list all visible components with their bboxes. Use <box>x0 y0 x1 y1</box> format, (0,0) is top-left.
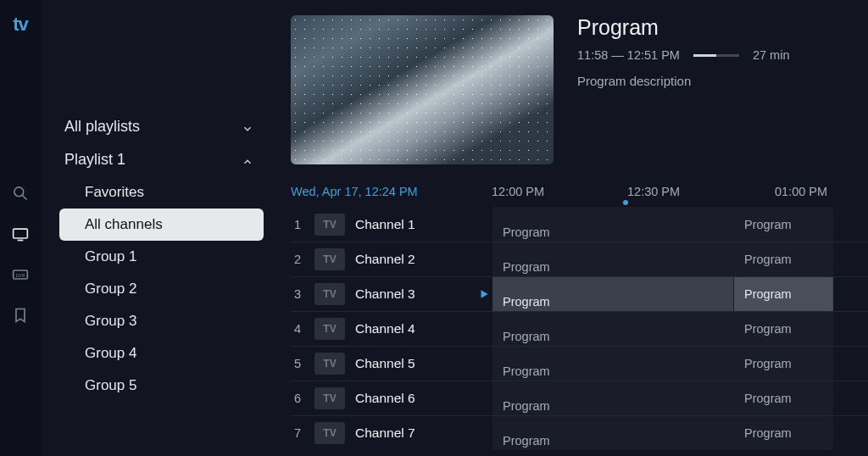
program-title: Program <box>577 15 789 40</box>
now-marker-icon <box>623 200 628 205</box>
program-cells: ProgramProgram <box>492 347 833 381</box>
time-slot: 12:00 PM <box>492 185 627 198</box>
sidebar-item-label: Group 5 <box>85 377 136 394</box>
channel-number: 5 <box>291 357 314 370</box>
video-preview[interactable] <box>291 15 554 164</box>
channel-logo: TV <box>314 422 345 444</box>
time-slot: 12:30 PM <box>627 185 775 198</box>
channel-logo: TV <box>314 353 345 375</box>
channel-name: Channel 3 <box>355 286 476 302</box>
channel-row[interactable]: 5TVChannel 5ProgramProgram <box>291 346 868 381</box>
program-hero: Program 11:58 — 12:51 PM 27 min Program … <box>291 15 868 164</box>
program-cells: ProgramProgram <box>492 416 833 450</box>
program-cell[interactable]: Program <box>492 381 733 415</box>
program-cell[interactable]: Program <box>733 312 833 346</box>
playlist-label: Playlist 1 <box>64 151 125 169</box>
channel-number: 2 <box>291 253 314 266</box>
playlist-sidebar: All playlists Playlist 1 Favorites All c… <box>41 0 274 456</box>
program-cells: ProgramProgram <box>492 242 833 276</box>
sidebar-item-group-4[interactable]: Group 4 <box>59 337 264 370</box>
sidebar-item-group-1[interactable]: Group 1 <box>59 241 264 273</box>
channel-logo: TV <box>314 318 345 340</box>
channel-row[interactable]: 4TVChannel 4ProgramProgram <box>291 311 868 346</box>
program-remaining: 27 min <box>753 48 790 62</box>
play-indicator-icon <box>476 288 492 300</box>
sidebar-item-group-2[interactable]: Group 2 <box>59 273 264 305</box>
channel-row[interactable]: 1TVChannel 1ProgramProgram <box>291 207 868 242</box>
program-cell[interactable]: Program <box>733 207 833 242</box>
dvr-icon[interactable]: DVR <box>12 266 29 283</box>
current-time: Wed, Apr 17, 12:24 PM <box>291 185 492 198</box>
time-slot: 01:00 PM <box>775 185 868 198</box>
channel-number: 3 <box>291 287 314 301</box>
program-cell[interactable]: Program <box>492 242 733 276</box>
chevron-up-icon <box>242 154 253 166</box>
program-cell[interactable]: Program <box>492 207 733 242</box>
playlist-row[interactable]: Playlist 1 <box>59 143 264 176</box>
channel-logo: TV <box>314 248 345 270</box>
sidebar-item-label: Group 2 <box>85 281 136 298</box>
channel-logo: TV <box>314 214 345 236</box>
channel-logo: TV <box>314 283 345 305</box>
svg-line-1 <box>23 196 27 200</box>
sidebar-item-favorites[interactable]: Favorites <box>59 176 264 209</box>
sidebar-item-all-channels[interactable]: All channels <box>59 209 264 241</box>
playlist-groups: Favorites All channels Group 1 Group 2 G… <box>59 176 264 402</box>
sidebar-item-label: Group 4 <box>85 345 136 362</box>
program-cell[interactable]: Program <box>492 312 733 346</box>
program-cell[interactable]: Program <box>733 416 833 450</box>
program-cells: ProgramProgram <box>492 381 833 415</box>
channel-number: 4 <box>291 322 314 336</box>
sidebar-item-label: All channels <box>85 216 163 233</box>
program-cells: ProgramProgram <box>492 312 833 346</box>
sidebar-item-label: Group 3 <box>85 313 136 330</box>
channel-row[interactable]: 6TVChannel 6ProgramProgram <box>291 381 868 415</box>
app-logo: tv <box>13 8 28 36</box>
program-cell[interactable]: Program <box>492 347 733 381</box>
program-cells: ProgramProgram <box>492 277 833 311</box>
channel-name: Channel 7 <box>355 425 476 441</box>
all-playlists-row[interactable]: All playlists <box>59 110 264 143</box>
program-description: Program description <box>577 74 789 88</box>
channel-name: Channel 2 <box>355 252 476 267</box>
program-cells: ProgramProgram <box>492 207 833 242</box>
program-cell[interactable]: Program <box>733 347 833 381</box>
channel-name: Channel 6 <box>355 391 476 406</box>
channel-row[interactable]: 3TVChannel 3ProgramProgram <box>291 276 868 311</box>
program-cell[interactable]: Program <box>733 381 833 415</box>
sidebar-item-label: Group 1 <box>85 248 136 265</box>
channel-logo: TV <box>314 387 345 409</box>
time-slot-label: 12:30 PM <box>627 185 680 198</box>
program-cell[interactable]: Program <box>733 242 833 276</box>
svg-point-0 <box>14 187 24 197</box>
progress-bar <box>693 54 739 57</box>
tv-icon[interactable] <box>12 225 29 242</box>
channel-number: 7 <box>291 426 314 440</box>
program-cell[interactable]: Program <box>492 416 733 450</box>
channel-number: 1 <box>291 218 314 231</box>
channel-name: Channel 1 <box>355 217 476 232</box>
bookmark-icon[interactable] <box>12 307 29 324</box>
svg-text:DVR: DVR <box>16 273 25 278</box>
main-content: Program 11:58 — 12:51 PM 27 min Program … <box>274 0 868 456</box>
program-timerange: 11:58 — 12:51 PM <box>577 48 680 62</box>
time-header: Wed, Apr 17, 12:24 PM 12:00 PM 12:30 PM … <box>291 185 868 198</box>
channel-name: Channel 5 <box>355 356 476 371</box>
sidebar-item-group-3[interactable]: Group 3 <box>59 305 264 337</box>
channel-name: Channel 4 <box>355 321 476 336</box>
program-cell[interactable]: Program <box>492 277 733 311</box>
channel-row[interactable]: 2TVChannel 2ProgramProgram <box>291 242 868 276</box>
svg-rect-2 <box>14 229 28 238</box>
channel-grid: 1TVChannel 1ProgramProgram2TVChannel 2Pr… <box>291 207 868 450</box>
chevron-down-icon <box>242 121 253 133</box>
all-playlists-label: All playlists <box>64 118 140 136</box>
channel-number: 6 <box>291 392 314 405</box>
program-cell[interactable]: Program <box>733 277 833 311</box>
sidebar-item-label: Favorites <box>85 184 144 201</box>
search-icon[interactable] <box>12 185 29 202</box>
nav-rail: tv DVR <box>0 0 41 456</box>
channel-row[interactable]: 7TVChannel 7ProgramProgram <box>291 415 868 450</box>
sidebar-item-group-5[interactable]: Group 5 <box>59 370 264 402</box>
